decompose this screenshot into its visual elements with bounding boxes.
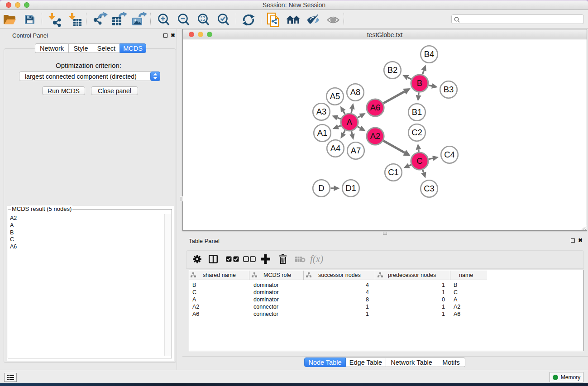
svg-text:A2: A2 <box>370 131 381 141</box>
svg-text:C4: C4 <box>444 150 455 159</box>
svg-text:C3: C3 <box>424 184 435 193</box>
svg-text:C: C <box>416 156 422 166</box>
svg-text:D: D <box>318 183 324 193</box>
svg-text:D1: D1 <box>345 183 356 193</box>
svg-text:B4: B4 <box>424 49 435 59</box>
svg-text:A8: A8 <box>350 87 361 97</box>
svg-text:A5: A5 <box>330 91 340 101</box>
svg-text:B1: B1 <box>412 107 422 117</box>
svg-text:A4: A4 <box>330 143 341 153</box>
svg-text:B: B <box>417 78 422 88</box>
svg-text:A7: A7 <box>351 146 361 155</box>
svg-text:A6: A6 <box>370 103 381 112</box>
svg-text:A1: A1 <box>317 128 328 138</box>
svg-text:A3: A3 <box>316 107 327 116</box>
svg-text:B2: B2 <box>387 65 398 75</box>
svg-text:A: A <box>347 117 353 127</box>
svg-text:C1: C1 <box>388 167 399 177</box>
svg-text:B3: B3 <box>444 85 454 94</box>
svg-text:C2: C2 <box>411 128 422 137</box>
